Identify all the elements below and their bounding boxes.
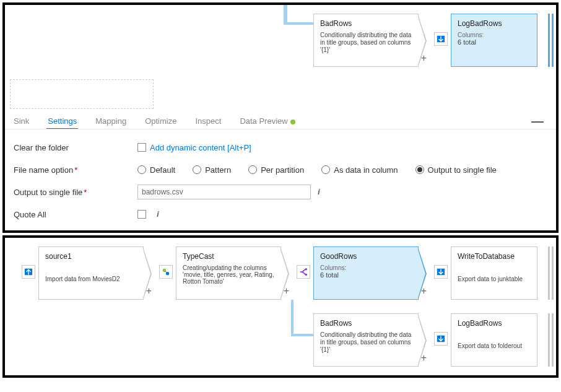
node-badrows[interactable]: BadRows Conditionally distributing the d… [313, 313, 419, 367]
sink-icon [434, 265, 448, 279]
panel-bottom: source1 Import data from MoviesD2 + Type… [2, 235, 559, 378]
rail [548, 313, 550, 367]
settings-form: Clear the folder Add dynamic content [Al… [14, 137, 549, 227]
info-icon[interactable]: i [154, 210, 162, 219]
add-icon[interactable]: + [421, 285, 427, 297]
output-single-label: Output to single file* [14, 188, 137, 197]
rail [548, 246, 550, 300]
rail [552, 14, 554, 67]
rail [552, 313, 554, 367]
quote-all-checkbox[interactable] [137, 210, 146, 219]
info-icon[interactable]: i [315, 188, 323, 196]
node-title: BadRows [320, 319, 412, 328]
rail [548, 14, 550, 67]
sink-icon [434, 332, 448, 346]
source-icon [22, 265, 35, 279]
node-badrows[interactable]: BadRows Conditionally distributing the d… [313, 14, 419, 67]
tab-bar: Sink Settings Mapping Optimize Inspect D… [12, 114, 549, 133]
connector [284, 22, 315, 25]
file-name-option-label: File name option* [14, 165, 137, 175]
node-title: LogBadRows [458, 19, 531, 28]
svg-point-5 [305, 274, 308, 276]
tab-data-preview[interactable]: Data Preview [238, 114, 296, 129]
connector [291, 334, 313, 336]
derived-column-icon [159, 265, 173, 279]
radio-default[interactable]: Default [137, 165, 175, 175]
node-meta-value: 6 total [320, 271, 412, 279]
node-desc: Conditionally distributing the data in t… [320, 331, 412, 354]
add-icon[interactable]: + [146, 285, 152, 297]
add-icon[interactable]: + [421, 352, 427, 364]
tab-inspect[interactable]: Inspect [194, 114, 222, 129]
clear-folder-checkbox[interactable] [137, 143, 146, 152]
svg-point-4 [305, 268, 308, 271]
node-meta-label: Columns: [458, 32, 531, 38]
node-source1[interactable]: source1 Import data from MoviesD2 + [38, 246, 144, 300]
add-dynamic-content-link[interactable]: Add dynamic content [Alt+P] [150, 143, 251, 152]
node-desc: Export data to folderout [458, 342, 531, 349]
quote-all-label: Quote All [14, 210, 137, 219]
placeholder-box [10, 79, 154, 109]
tab-optimize[interactable]: Optimize [144, 114, 178, 129]
add-icon[interactable]: + [421, 53, 427, 64]
node-writedb[interactable]: WriteToDatabase Export data to junktable [451, 246, 537, 300]
radio-per-partition[interactable]: Per partition [248, 165, 304, 175]
radio-pattern[interactable]: Pattern [193, 165, 231, 175]
rail [552, 246, 554, 300]
tab-mapping[interactable]: Mapping [94, 114, 128, 129]
sink-icon [434, 32, 448, 46]
node-meta-label: Columns: [320, 264, 412, 271]
output-filename-input[interactable] [137, 185, 311, 199]
node-title: source1 [45, 252, 137, 261]
node-logbadrows[interactable]: LogBadRows Columns: 6 total [451, 14, 537, 67]
node-title: TypeCast [183, 252, 274, 261]
node-desc: Export data to junktable [458, 276, 531, 282]
collapse-icon[interactable]: — [531, 114, 544, 128]
divider [5, 129, 556, 129]
tab-settings[interactable]: Settings [46, 114, 78, 129]
node-desc: Creating/updating the columns 'movie, ti… [183, 264, 274, 285]
node-title: GoodRows [320, 252, 412, 261]
node-desc: Conditionally distributing the data in t… [320, 32, 412, 54]
connector [284, 5, 287, 22]
node-logbadrows[interactable]: LogBadRows Export data to folderout [451, 313, 537, 367]
clear-folder-label: Clear the folder [14, 143, 137, 152]
radio-as-data-in-column[interactable]: As data in column [321, 165, 398, 175]
node-goodrows[interactable]: GoodRows Columns: 6 total + [313, 246, 419, 300]
node-typecast[interactable]: TypeCast Creating/updating the columns '… [176, 246, 281, 300]
add-icon[interactable]: + [284, 285, 289, 297]
node-meta-value: 6 total [458, 38, 531, 46]
node-title: BadRows [320, 19, 412, 28]
status-dot-icon [290, 120, 295, 124]
tab-sink[interactable]: Sink [12, 114, 30, 129]
node-title: LogBadRows [458, 319, 531, 328]
node-desc: Import data from MoviesD2 [45, 276, 137, 282]
radio-output-single[interactable]: Output to single file [415, 165, 497, 175]
connector [291, 300, 294, 334]
panel-top: BadRows Conditionally distributing the d… [2, 2, 559, 233]
split-icon [297, 265, 310, 279]
node-title: WriteToDatabase [458, 252, 531, 261]
